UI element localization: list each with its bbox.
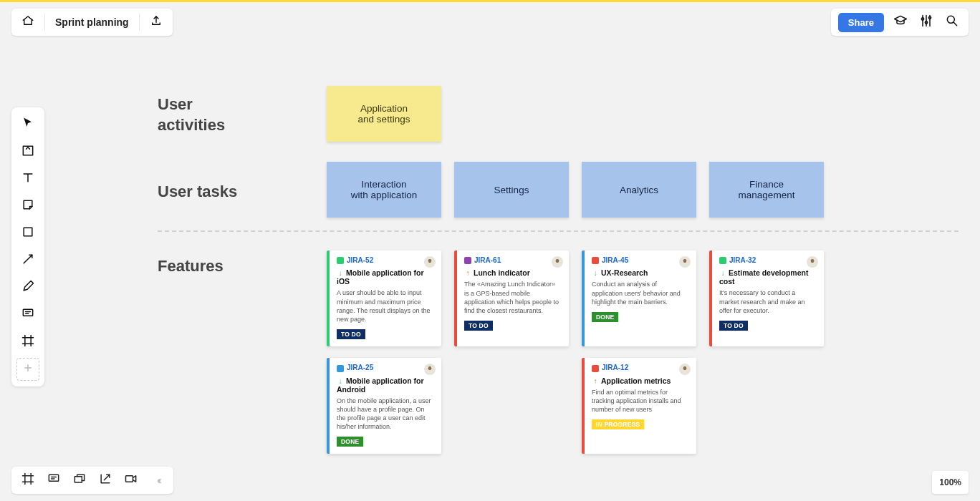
issue-key-link[interactable]: JIRA-12 (602, 364, 628, 371)
card-title: Estimate development cost (719, 268, 808, 286)
priority-icon: ↓ (592, 268, 599, 277)
chevrons-left-icon: ‹‹ (157, 475, 159, 486)
search-icon (945, 14, 959, 31)
tool-comment[interactable] (16, 303, 39, 326)
status-badge: TO DO (464, 321, 493, 331)
card-title: UX-Research (601, 268, 648, 277)
cursor-icon (21, 116, 35, 133)
issue-key-link[interactable]: JIRA-52 (347, 256, 373, 264)
video-button[interactable] (123, 472, 139, 488)
row-label-features: Features (158, 256, 224, 277)
zoom-value: 100% (939, 477, 961, 487)
learn-button[interactable] (891, 13, 910, 31)
sticky-note-icon (21, 198, 35, 215)
priority-icon: ↓ (719, 268, 726, 277)
feature-card[interactable]: JIRA-61↑Lunch indicatorThe «Amazing Lunc… (454, 250, 569, 346)
card-title: Mobile application for iOS (337, 268, 424, 286)
assignee-avatar[interactable] (424, 364, 436, 375)
activity-sticky[interactable]: Application and settings (327, 86, 441, 142)
row-label-activities: User activities (158, 94, 225, 135)
tool-select[interactable] (16, 113, 39, 136)
feature-cards-grid: JIRA-52↓Mobile application for iOSA user… (327, 250, 824, 454)
feature-card[interactable]: JIRA-12↑Application metricsFind an optim… (582, 358, 696, 454)
tool-pen[interactable] (16, 276, 39, 299)
task-sticky[interactable]: Finance management (709, 162, 824, 218)
card-description: Conduct an analysis of application users… (592, 280, 689, 306)
tool-frame[interactable] (16, 331, 39, 354)
status-badge: TO DO (719, 321, 748, 331)
board-title-button[interactable]: Sprint planning (45, 9, 139, 36)
tool-shape[interactable] (16, 222, 39, 245)
tool-text[interactable] (16, 167, 39, 190)
issue-type-icon (464, 257, 471, 264)
assignee-avatar[interactable] (679, 256, 691, 268)
frame-icon (21, 334, 35, 351)
feature-card[interactable]: JIRA-25↓Mobile application for AndroidOn… (327, 358, 441, 454)
sliders-icon (919, 14, 933, 31)
issue-type-icon (719, 257, 726, 264)
settings-button[interactable] (917, 13, 936, 31)
card-description: Find an optimal metrics for tracking app… (592, 388, 689, 414)
task-sticky[interactable]: Interaction with application (327, 162, 441, 218)
svg-rect-9 (126, 476, 133, 482)
assignee-avatar[interactable] (807, 256, 818, 268)
status-badge: TO DO (337, 329, 365, 339)
assignee-avatar[interactable] (679, 364, 691, 375)
pencil-icon (21, 279, 35, 296)
tool-line[interactable] (16, 249, 39, 272)
issue-key-link[interactable]: JIRA-61 (474, 256, 501, 264)
card-description: It's necessary to conduct a market resea… (719, 288, 817, 314)
status-badge: IN PROGRESS (592, 419, 644, 429)
stack-icon (72, 472, 87, 489)
tool-add[interactable] (16, 358, 39, 381)
present-button[interactable] (97, 472, 113, 488)
card-title: Lunch indicator (474, 268, 530, 277)
collapse-bottombar[interactable]: ‹‹ (149, 472, 165, 488)
frame-icon (21, 472, 35, 489)
card-title: Mobile application for Android (337, 376, 424, 394)
home-icon (21, 14, 34, 30)
status-badge: DONE (337, 437, 363, 447)
svg-rect-7 (49, 475, 58, 481)
assignee-avatar[interactable] (552, 256, 563, 268)
priority-icon: ↓ (337, 268, 344, 277)
card-description: The «Amazing Lunch Indicator» is a GPS-b… (464, 280, 562, 315)
search-button[interactable] (943, 13, 961, 31)
comment-icon (47, 472, 61, 489)
comments-panel-button[interactable] (46, 472, 62, 488)
row-label-tasks: User tasks (158, 182, 237, 203)
home-button[interactable] (11, 9, 44, 36)
card-description: On the mobile application, a user should… (337, 397, 434, 432)
tool-template[interactable] (16, 140, 39, 163)
arrow-icon (21, 252, 35, 269)
svg-rect-8 (75, 477, 82, 482)
square-icon (21, 225, 35, 242)
frames-panel-button[interactable] (20, 472, 36, 488)
external-icon (98, 472, 112, 489)
board-title: Sprint planning (55, 16, 129, 28)
issue-key-link[interactable]: JIRA-32 (729, 256, 756, 264)
task-sticky[interactable]: Settings (454, 162, 569, 218)
comment-icon (21, 306, 35, 324)
share-button[interactable]: Share (838, 13, 884, 32)
svg-rect-5 (24, 228, 32, 236)
assignee-avatar[interactable] (424, 256, 436, 268)
graduation-cap-icon (893, 14, 908, 31)
issue-type-icon (592, 257, 599, 264)
feature-card[interactable]: JIRA-45↓UX-ResearchConduct an analysis o… (582, 250, 696, 346)
card-description: A user should be able to input minimum a… (337, 288, 434, 324)
task-sticky[interactable]: Analytics (582, 162, 696, 218)
svg-rect-6 (23, 309, 32, 316)
zoom-indicator[interactable]: 100% (932, 471, 969, 494)
feature-card[interactable]: JIRA-32↓Estimate development costIt's ne… (709, 250, 824, 346)
tool-sticky[interactable] (16, 195, 39, 218)
status-badge: DONE (592, 312, 618, 322)
template-icon (21, 143, 35, 160)
export-button[interactable] (140, 9, 173, 36)
history-button[interactable] (72, 472, 87, 488)
row-divider (158, 230, 959, 232)
upload-icon (150, 14, 163, 30)
issue-key-link[interactable]: JIRA-25 (347, 364, 373, 371)
issue-key-link[interactable]: JIRA-45 (602, 256, 628, 264)
feature-card[interactable]: JIRA-52↓Mobile application for iOSA user… (327, 250, 441, 346)
